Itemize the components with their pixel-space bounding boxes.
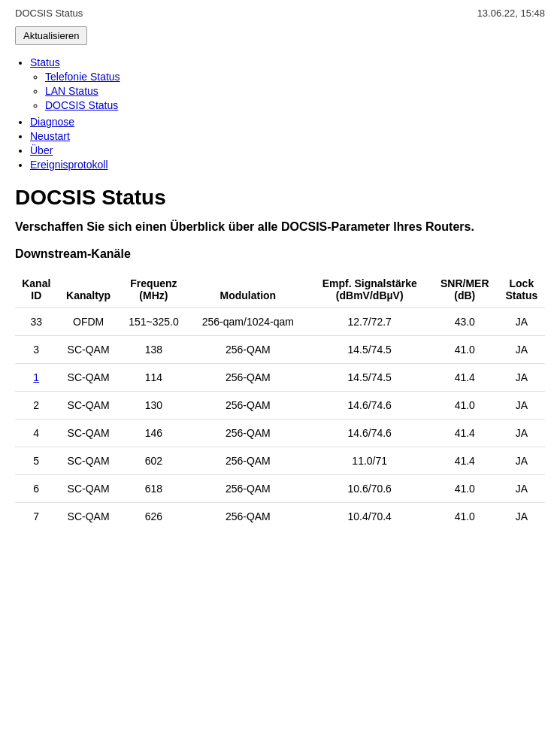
nav-link-neustart[interactable]: Neustart (30, 130, 70, 142)
cell-kanal-id: 33 (15, 308, 58, 336)
table-row: 3SC-QAM138256-QAM14.5/74.541.0JA (15, 336, 545, 364)
cell-signal: 11.0/71 (308, 447, 431, 475)
cell-kanaltyp: OFDM (58, 308, 120, 336)
cell-lock: JA (498, 475, 545, 503)
downstream-table: KanalID Kanaltyp Frequenz(MHz) Modulatio… (15, 271, 545, 530)
cell-signal: 14.6/74.6 (308, 419, 431, 447)
cell-lock: JA (498, 364, 545, 392)
cell-lock: JA (498, 447, 545, 475)
cell-frequenz: 151~325.0 (120, 308, 188, 336)
table-row: 6SC-QAM618256-QAM10.6/70.641.0JA (15, 475, 545, 503)
table-header-row: KanalID Kanaltyp Frequenz(MHz) Modulatio… (15, 271, 545, 308)
nav-link-telefonie[interactable]: Telefonie Status (45, 71, 120, 83)
nav-item-telefonie: Telefonie Status (45, 71, 545, 83)
navigation: Status Telefonie Status LAN Status DOCSI… (15, 56, 545, 171)
cell-frequenz: 626 (120, 503, 188, 531)
cell-kanal-id: 6 (15, 475, 58, 503)
nav-link-docsis[interactable]: DOCSIS Status (45, 99, 118, 111)
cell-kanaltyp: SC-QAM (58, 419, 120, 447)
cell-snr: 41.0 (431, 392, 498, 419)
col-header-kanaltyp: Kanaltyp (58, 271, 120, 308)
cell-modulation: 256-QAM (188, 475, 308, 503)
cell-signal: 14.6/74.6 (308, 392, 431, 419)
cell-kanaltyp: SC-QAM (58, 336, 120, 364)
cell-kanal-id: 1 (15, 364, 58, 392)
cell-lock: JA (498, 419, 545, 447)
nav-link-ereignis[interactable]: Ereignisprotokoll (30, 159, 108, 171)
cell-kanaltyp: SC-QAM (58, 392, 120, 419)
cell-modulation: 256-QAM (188, 364, 308, 392)
cell-signal: 12.7/72.7 (308, 308, 431, 336)
cell-lock: JA (498, 336, 545, 364)
cell-kanal-id: 4 (15, 419, 58, 447)
cell-frequenz: 114 (120, 364, 188, 392)
nav-item-neustart: Neustart (30, 130, 545, 142)
table-row: 33OFDM151~325.0256-qam/1024-qam12.7/72.7… (15, 308, 545, 336)
cell-frequenz: 618 (120, 475, 188, 503)
cell-snr: 41.0 (431, 503, 498, 531)
kanal-id-link[interactable]: 1 (33, 371, 39, 383)
cell-kanaltyp: SC-QAM (58, 364, 120, 392)
table-row: 4SC-QAM146256-QAM14.6/74.641.4JA (15, 419, 545, 447)
cell-modulation: 256-QAM (188, 336, 308, 364)
cell-signal: 10.4/70.4 (308, 503, 431, 531)
cell-snr: 41.0 (431, 336, 498, 364)
col-header-frequenz: Frequenz(MHz) (120, 271, 188, 308)
table-row: 1SC-QAM114256-QAM14.5/74.541.4JA (15, 364, 545, 392)
col-header-lock: LockStatus (498, 271, 545, 308)
cell-kanaltyp: SC-QAM (58, 447, 120, 475)
col-header-signal: Empf. Signalstärke(dBmV/dBµV) (308, 271, 431, 308)
nav-item-diagnose: Diagnose (30, 116, 545, 128)
table-row: 5SC-QAM602256-QAM11.0/7141.4JA (15, 447, 545, 475)
page-title: DOCSIS Status (15, 186, 545, 210)
datetime: 13.06.22, 15:48 (477, 8, 545, 19)
cell-kanal-id: 5 (15, 447, 58, 475)
col-header-snr: SNR/MER(dB) (431, 271, 498, 308)
downstream-section-title: Downstream-Kanäle (15, 247, 545, 261)
cell-kanaltyp: SC-QAM (58, 503, 120, 531)
cell-signal: 14.5/74.5 (308, 336, 431, 364)
cell-kanal-id: 7 (15, 503, 58, 531)
nav-link-diagnose[interactable]: Diagnose (30, 116, 74, 128)
nav-link-status[interactable]: Status (30, 56, 60, 68)
cell-modulation: 256-QAM (188, 419, 308, 447)
cell-snr: 41.4 (431, 364, 498, 392)
cell-frequenz: 138 (120, 336, 188, 364)
col-header-kanal-id: KanalID (15, 271, 58, 308)
cell-kanal-id: 2 (15, 392, 58, 419)
nav-link-lan[interactable]: LAN Status (45, 85, 98, 97)
col-header-modulation: Modulation (188, 271, 308, 308)
top-bar: DOCSIS Status 13.06.22, 15:48 (15, 8, 545, 19)
cell-modulation: 256-QAM (188, 447, 308, 475)
nav-item-docsis: DOCSIS Status (45, 99, 545, 111)
cell-lock: JA (498, 308, 545, 336)
nav-item-status: Status Telefonie Status LAN Status DOCSI… (30, 56, 545, 111)
nav-item-lan: LAN Status (45, 85, 545, 97)
cell-snr: 41.4 (431, 419, 498, 447)
nav-item-ereignis: Ereignisprotokoll (30, 159, 545, 171)
nav-link-ueber[interactable]: Über (30, 144, 53, 156)
cell-lock: JA (498, 503, 545, 531)
cell-signal: 14.5/74.5 (308, 364, 431, 392)
cell-signal: 10.6/70.6 (308, 475, 431, 503)
page-subtitle: Verschaffen Sie sich einen Überblick übe… (15, 219, 545, 235)
cell-modulation: 256-QAM (188, 503, 308, 531)
cell-modulation: 256-QAM (188, 392, 308, 419)
cell-frequenz: 146 (120, 419, 188, 447)
cell-kanaltyp: SC-QAM (58, 475, 120, 503)
cell-kanal-id: 3 (15, 336, 58, 364)
app-title: DOCSIS Status (15, 8, 83, 19)
cell-frequenz: 130 (120, 392, 188, 419)
nav-item-ueber: Über (30, 144, 545, 156)
table-row: 7SC-QAM626256-QAM10.4/70.441.0JA (15, 503, 545, 531)
table-row: 2SC-QAM130256-QAM14.6/74.641.0JA (15, 392, 545, 419)
cell-frequenz: 602 (120, 447, 188, 475)
cell-snr: 41.4 (431, 447, 498, 475)
cell-lock: JA (498, 392, 545, 419)
cell-modulation: 256-qam/1024-qam (188, 308, 308, 336)
refresh-button[interactable]: Aktualisieren (15, 26, 87, 45)
cell-snr: 41.0 (431, 475, 498, 503)
cell-snr: 43.0 (431, 308, 498, 336)
